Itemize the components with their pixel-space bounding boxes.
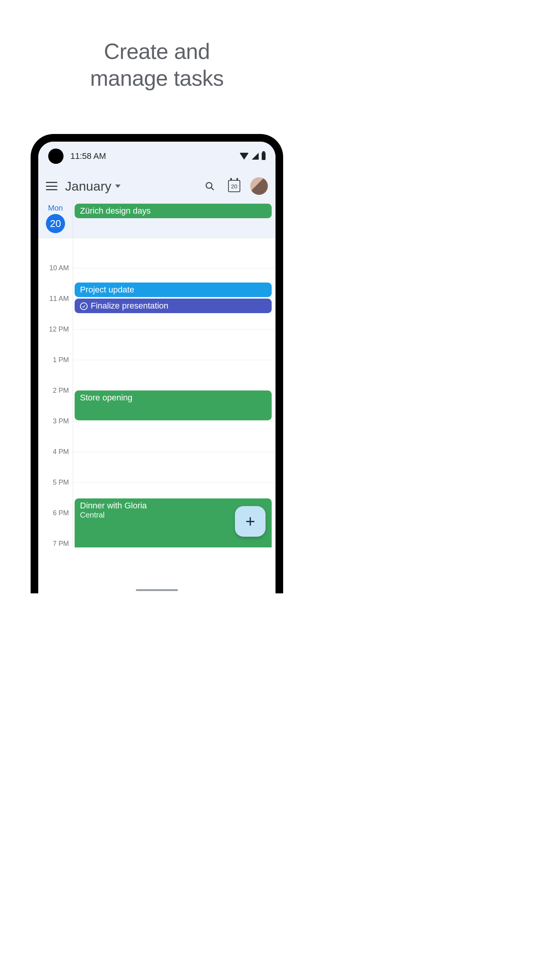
hour-label: 10 AM — [49, 264, 69, 272]
cellular-icon — [252, 153, 259, 160]
event-title: Project update — [80, 285, 134, 294]
battery-icon — [262, 152, 266, 160]
month-label: January — [65, 179, 111, 194]
hour-label: 11 AM — [49, 295, 69, 303]
hour-label: 4 PM — [53, 448, 69, 456]
allday-event[interactable]: Zürich design days — [75, 204, 272, 218]
app-bar: January 20 — [38, 171, 276, 201]
promo-line2: manage tasks — [90, 66, 224, 90]
svg-point-0 — [206, 183, 212, 188]
today-button[interactable]: 20 — [226, 178, 243, 194]
chevron-down-icon — [115, 185, 121, 188]
status-bar: 11:58 AM — [38, 142, 276, 171]
hour-label: 7 PM — [53, 540, 69, 548]
create-fab[interactable]: + — [235, 506, 266, 537]
task-block[interactable]: Finalize presentation — [75, 299, 272, 313]
hour-label: 12 PM — [49, 325, 69, 333]
search-icon — [204, 181, 215, 191]
calendar-today-icon: 20 — [228, 180, 240, 192]
allday-events-area[interactable]: Zürich design days — [73, 201, 276, 238]
task-check-icon — [80, 302, 88, 310]
time-grid[interactable]: 10 AM11 AM12 PM1 PM2 PM3 PM4 PM5 PM6 PM7… — [38, 238, 276, 547]
event-title: Store opening — [80, 393, 132, 402]
plus-icon: + — [245, 513, 255, 530]
hour-label: 1 PM — [53, 356, 69, 364]
hour-label: 6 PM — [53, 509, 69, 517]
promo-heading: Create and manage tasks — [0, 0, 314, 91]
event-title: Dinner with Gloria — [80, 501, 147, 510]
date-badge: 20 — [46, 214, 65, 233]
wifi-icon — [240, 153, 249, 160]
weekday-label: Mon — [48, 204, 63, 212]
month-picker[interactable]: January — [65, 179, 121, 194]
hours-column: 10 AM11 AM12 PM1 PM2 PM3 PM4 PM5 PM6 PM7… — [38, 238, 73, 547]
status-time: 11:58 AM — [70, 151, 106, 161]
hour-label: 2 PM — [53, 387, 69, 395]
hour-gridline — [73, 452, 276, 452]
hour-gridline — [73, 268, 276, 268]
hour-gridline — [73, 482, 276, 483]
camera-cutout — [48, 149, 64, 164]
phone-screen: 11:58 AM January — [38, 142, 276, 557]
hour-gridline — [73, 421, 276, 421]
event-block[interactable]: Project update — [75, 283, 272, 297]
svg-line-1 — [211, 188, 214, 190]
promo-line1: Create and — [104, 39, 210, 64]
event-title: Finalize presentation — [91, 301, 168, 310]
menu-button[interactable] — [46, 182, 57, 190]
hour-label: 3 PM — [53, 417, 69, 425]
event-block[interactable]: Store opening — [75, 390, 272, 420]
events-column[interactable]: Project updateFinalize presentationStore… — [73, 238, 276, 547]
day-column-header[interactable]: Mon 20 — [38, 201, 73, 238]
phone-frame: 11:58 AM January — [31, 134, 283, 557]
search-button[interactable] — [201, 178, 218, 194]
account-avatar[interactable] — [250, 177, 268, 195]
hour-label: 5 PM — [53, 479, 69, 487]
hour-gridline — [73, 329, 276, 330]
day-header-row: Mon 20 Zürich design days — [38, 201, 276, 238]
hour-gridline — [73, 360, 276, 360]
